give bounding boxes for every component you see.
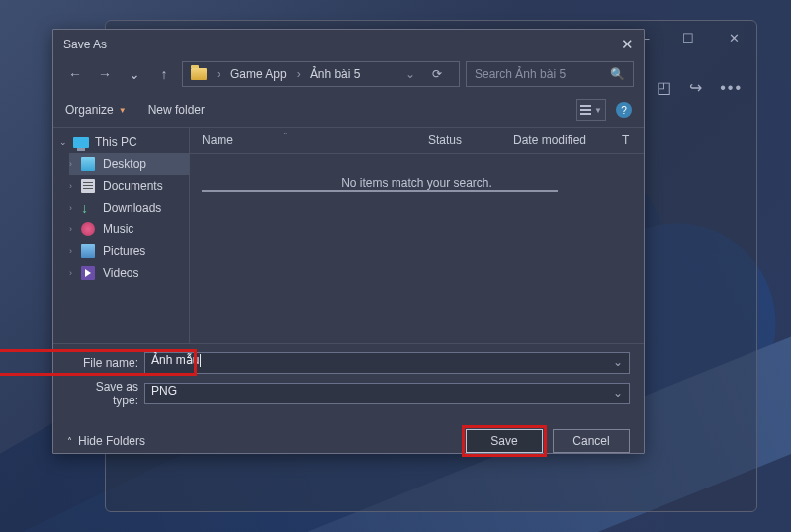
close-icon[interactable]: ✕ (621, 36, 634, 53)
sidebar-item-documents[interactable]: › Documents (69, 175, 189, 197)
sidebar-item-music[interactable]: › Music (69, 219, 189, 240)
list-icon (580, 105, 591, 115)
refresh-icon[interactable]: ⟳ (423, 67, 451, 81)
panel-icon[interactable]: ◰ (657, 78, 671, 97)
col-type[interactable]: T (622, 133, 632, 147)
nav-row: ← → ⌄ ↑ › Game App › Ảnh bài 5 ⌄ ⟳ Searc… (53, 59, 644, 95)
empty-message: No items match your search. (190, 176, 644, 190)
path-dropdown-icon[interactable]: ⌄ (405, 67, 415, 81)
app-toolbar: ◰ ↪ ••• (657, 78, 743, 97)
pc-icon (73, 137, 89, 148)
maximize-button[interactable]: ☐ (665, 21, 711, 54)
dialog-titlebar: Save As ✕ (53, 30, 644, 59)
hide-folders-toggle[interactable]: ˄ Hide Folders (67, 434, 145, 448)
crumb-gameapp[interactable]: Game App (230, 67, 287, 81)
file-list-pane: Name ˄ Status Date modified T No items m… (190, 128, 644, 343)
folder-tree: ⌄ This PC › Desktop › Documents › (53, 128, 190, 343)
save-as-dialog: Save As ✕ ← → ⌄ ↑ › Game App › Ảnh bài 5… (52, 29, 645, 454)
folder-icon (191, 68, 207, 80)
desktop-icon (81, 157, 95, 171)
back-button[interactable]: ← (63, 62, 87, 86)
help-icon[interactable]: ? (616, 102, 632, 118)
search-input[interactable]: Search Ảnh bài 5 🔍 (466, 61, 634, 87)
text-caret (200, 354, 201, 367)
sidebar-item-videos[interactable]: › Videos (69, 262, 189, 284)
search-icon: 🔍 (610, 67, 625, 81)
downloads-icon (81, 201, 95, 215)
saveastype-select[interactable]: PNG (144, 383, 630, 404)
caret-down-icon: ⌄ (59, 137, 67, 147)
documents-icon (81, 179, 95, 193)
up-button[interactable]: ↑ (152, 62, 176, 86)
sidebar-item-downloads[interactable]: › Downloads (69, 197, 189, 219)
caret-right-icon: › (69, 181, 72, 191)
caret-right-icon: › (69, 159, 72, 169)
caret-right-icon: › (69, 203, 72, 213)
sidebar-item-pictures[interactable]: › Pictures (69, 240, 189, 262)
tree-root-thispc[interactable]: ⌄ This PC (53, 132, 189, 153)
forward-button[interactable]: → (93, 62, 117, 86)
close-button[interactable]: ✕ (711, 21, 756, 54)
new-folder-button[interactable]: New folder (148, 103, 205, 117)
pictures-icon (81, 244, 95, 258)
caret-right-icon: › (69, 268, 72, 278)
sidebar-item-desktop[interactable]: › Desktop (69, 153, 189, 175)
dialog-toolbar: Organize ▼ New folder ▼ ? (53, 95, 644, 127)
music-icon (81, 222, 95, 236)
more-icon[interactable]: ••• (720, 79, 743, 97)
horizontal-scrollbar[interactable] (202, 190, 558, 192)
filename-label: File name: (67, 356, 138, 370)
save-button[interactable]: Save (466, 429, 543, 453)
chevron-down-icon: ▼ (119, 106, 127, 115)
sort-asc-icon: ˄ (283, 132, 288, 141)
chevron-up-icon: ˄ (67, 436, 72, 447)
view-options-button[interactable]: ▼ (576, 99, 606, 121)
filename-input[interactable]: Ảnh mẫu (144, 352, 630, 374)
videos-icon (81, 266, 95, 280)
caret-right-icon: › (69, 224, 72, 234)
cancel-button[interactable]: Cancel (553, 429, 630, 453)
chevron-down-icon[interactable]: ⌄ (123, 62, 146, 86)
column-headers: Name ˄ Status Date modified T (190, 128, 644, 154)
crumb-anhbai5[interactable]: Ảnh bài 5 (310, 67, 361, 81)
caret-right-icon: › (69, 246, 72, 256)
col-name[interactable]: Name ˄ (202, 133, 428, 147)
breadcrumb[interactable]: › Game App › Ảnh bài 5 ⌄ ⟳ (182, 61, 460, 87)
search-placeholder: Search Ảnh bài 5 (475, 67, 566, 81)
organize-menu[interactable]: Organize ▼ (65, 103, 127, 117)
dialog-title: Save As (63, 38, 107, 51)
col-date[interactable]: Date modified (513, 133, 622, 147)
col-status[interactable]: Status (428, 133, 513, 147)
saveastype-label: Save as type: (67, 380, 138, 407)
chevron-down-icon: ▼ (594, 106, 602, 115)
share-icon[interactable]: ↪ (689, 78, 702, 97)
